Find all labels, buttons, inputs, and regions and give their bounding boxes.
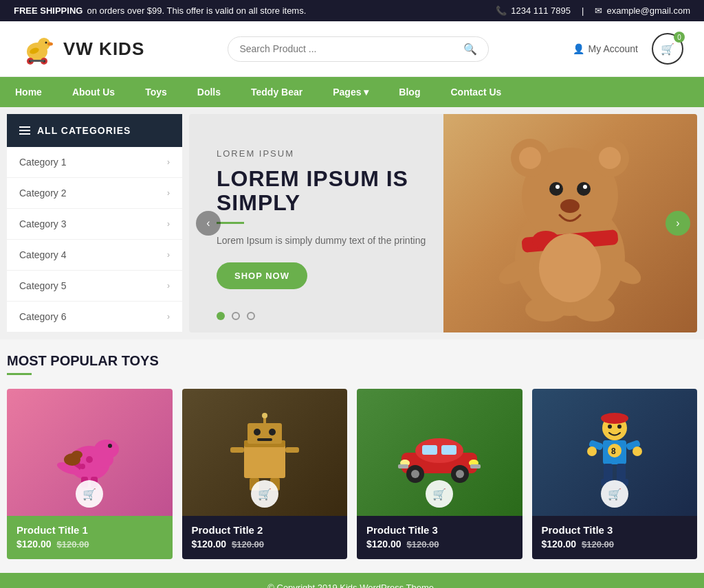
product-card-3[interactable]: 🛒 Product Title 3 $120.00 $120.00 [357, 389, 522, 559]
sidebar: ALL CATEGORIES Category 1 › Category 2 ›… [7, 114, 182, 332]
svg-rect-33 [96, 451, 107, 460]
slider-dots [217, 312, 255, 320]
slider-dot-2[interactable] [232, 312, 240, 320]
hero-description: Lorem Ipsum is simply dummy text of the … [217, 235, 441, 246]
svg-point-27 [573, 297, 615, 321]
my-account-link[interactable]: 👤 My Account [573, 43, 638, 54]
slider-dot-1[interactable] [217, 312, 225, 320]
nav-item-about[interactable]: About Us [57, 77, 130, 107]
footer-text: © Copyright 2019 Kids WordPress Theme. [267, 583, 436, 588]
svg-point-32 [108, 444, 112, 448]
nav-item-dolls[interactable]: Dolls [182, 77, 236, 107]
hero-title: LOREM IPSUM IS SIMPLY [217, 167, 441, 215]
product-cart-icon-1[interactable]: 🛒 [76, 480, 103, 508]
search-bar: 🔍 [228, 36, 489, 62]
svg-point-25 [539, 234, 601, 302]
svg-point-37 [86, 456, 93, 463]
nav-item-toys[interactable]: Toys [130, 77, 182, 107]
svg-point-62 [456, 470, 464, 478]
hero-image [443, 114, 698, 332]
product-cart-icon-3[interactable]: 🛒 [426, 480, 453, 508]
logo-text: VW KIDS [63, 38, 144, 60]
cart-button[interactable]: 🛒 0 [652, 33, 683, 65]
product-cart-icon-2[interactable]: 🛒 [251, 480, 278, 508]
product-original-price-3: $120.00 [407, 539, 439, 550]
product-card-2[interactable]: 🛒 Product Title 2 $120.00 $120.00 [182, 389, 348, 559]
svg-point-76 [632, 446, 642, 456]
hamburger-icon[interactable] [19, 126, 30, 135]
phone-number: 1234 111 7895 [511, 5, 571, 16]
svg-point-19 [583, 185, 587, 189]
product-card-1[interactable]: 🛒 Product Title 1 $120.00 $120.00 [7, 389, 173, 559]
logo[interactable]: VW KIDS [21, 31, 144, 67]
search-input[interactable] [239, 43, 463, 54]
slider-prev-button[interactable]: ‹ [196, 211, 221, 236]
nav-item-contact[interactable]: Contact Us [435, 77, 516, 107]
cat4-arrow-icon: › [167, 250, 170, 260]
svg-point-68 [608, 425, 612, 429]
sidebar-item-cat1[interactable]: Category 1 › [7, 147, 182, 178]
hero-subtitle: LOREM IPSUM [217, 148, 441, 159]
svg-rect-55 [422, 445, 437, 455]
products-section-title: MOST POPULAR TOYS [7, 353, 697, 369]
product-card-4[interactable]: 8 🛒 Product Title 3 [532, 389, 698, 559]
duck-logo-icon [21, 31, 56, 67]
slider-next-button[interactable]: › [666, 211, 690, 236]
svg-rect-67 [604, 414, 625, 421]
nav-item-pages[interactable]: Pages ▾ [318, 77, 384, 107]
cat1-label: Category 1 [19, 157, 66, 168]
top-bar-right: 📞 1234 111 7895 | ✉ example@gmail.com [496, 5, 690, 16]
product-image-3: 🛒 [357, 389, 522, 516]
svg-point-20 [560, 199, 580, 213]
nav-item-home[interactable]: Home [0, 77, 57, 107]
sidebar-item-cat6[interactable]: Category 6 › [7, 302, 182, 332]
sidebar-item-cat5[interactable]: Category 5 › [7, 271, 182, 302]
product-info-2: Product Title 2 $120.00 $120.00 [182, 516, 348, 559]
email-address: example@gmail.com [606, 5, 690, 16]
product-original-price-2: $120.00 [232, 539, 264, 550]
cat5-label: Category 5 [19, 280, 66, 291]
slider-dot-3[interactable] [247, 312, 255, 320]
cat2-label: Category 2 [19, 188, 66, 199]
teddy-bear-illustration [481, 120, 659, 326]
svg-rect-50 [257, 438, 272, 441]
phone-info: 📞 1234 111 7895 [496, 5, 571, 16]
product-info-3: Product Title 3 $120.00 $120.00 [357, 516, 522, 559]
search-button[interactable]: 🔍 [463, 43, 477, 56]
sidebar-item-cat2[interactable]: Category 2 › [7, 178, 182, 209]
product-price-4: $120.00 $120.00 [542, 539, 688, 550]
shop-now-button[interactable]: SHOP NOW [217, 262, 307, 289]
shipping-desc: on orders over $99. This offer is valid … [87, 5, 306, 16]
svg-rect-78 [617, 464, 626, 481]
product-price-2: $120.00 $120.00 [192, 539, 338, 550]
product-image-4: 8 🛒 [532, 389, 698, 516]
products-grid: 🛒 Product Title 1 $120.00 $120.00 [7, 389, 697, 559]
nav-item-blog[interactable]: Blog [384, 77, 435, 107]
product-cart-icon-4[interactable]: 🛒 [601, 480, 628, 508]
top-bar-left: FREE SHIPPING on orders over $99. This o… [14, 5, 306, 16]
nav-item-teddy-bear[interactable]: Teddy Bear [236, 77, 318, 107]
svg-rect-77 [604, 464, 613, 481]
cat4-label: Category 4 [19, 249, 66, 260]
svg-rect-64 [470, 464, 481, 468]
account-label: My Account [588, 43, 638, 54]
sidebar-item-cat3[interactable]: Category 3 › [7, 209, 182, 240]
sidebar-title: ALL CATEGORIES [37, 125, 131, 136]
product-title-3: Product Title 3 [366, 524, 513, 536]
product-title-2: Product Title 2 [192, 524, 338, 536]
svg-point-60 [411, 470, 419, 478]
svg-rect-56 [441, 445, 456, 455]
cat6-arrow-icon: › [167, 312, 170, 321]
hero-content: LOREM IPSUM LOREM IPSUM IS SIMPLY Lorem … [189, 114, 468, 324]
svg-point-49 [269, 429, 276, 436]
header: VW KIDS 🔍 👤 My Account 🛒 0 [0, 21, 704, 77]
svg-rect-43 [230, 447, 244, 453]
cat3-arrow-icon: › [167, 219, 170, 229]
account-person-icon: 👤 [573, 43, 584, 54]
svg-point-48 [254, 429, 261, 436]
sidebar-item-cat4[interactable]: Category 4 › [7, 240, 182, 271]
svg-point-38 [80, 464, 85, 469]
header-right: 👤 My Account 🛒 0 [573, 33, 683, 65]
email-icon: ✉ [595, 5, 602, 16]
svg-point-2 [45, 42, 47, 44]
